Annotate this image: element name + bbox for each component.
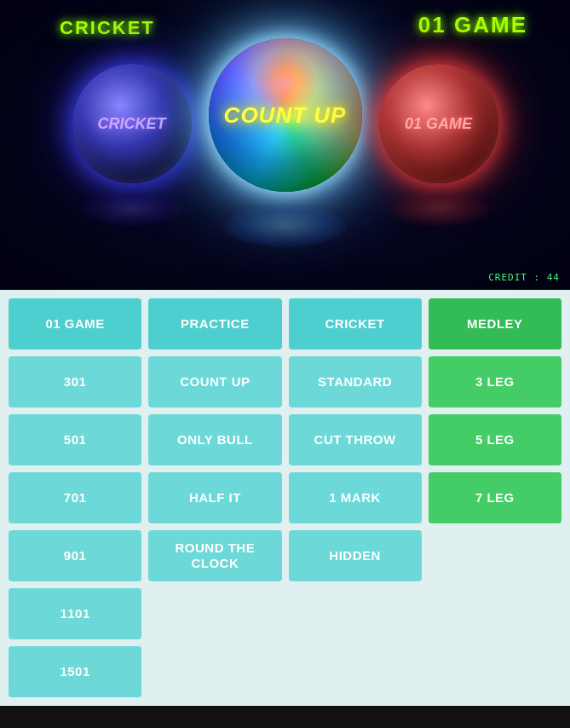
orb-01game-reflection [389,192,488,226]
empty-cell-6-2 [148,646,281,697]
btn-1101[interactable]: 1101 [9,588,141,639]
empty-cell-5-4 [429,588,561,639]
game01-banner-label: 01 GAME [418,12,527,38]
orb-01game[interactable]: 01 GAME [371,64,507,243]
orb-cricket[interactable]: CRICKET [64,64,200,243]
btn-standard[interactable]: STANDARD [289,356,422,407]
btn-701[interactable]: 701 [9,472,141,523]
btn-7leg[interactable]: 7 LEG [429,472,561,523]
btn-301[interactable]: 301 [9,356,141,407]
orbs-container: CRICKET COUNT UP 01 GAME [0,0,570,290]
btn-count-up[interactable]: COUNT UP [148,356,281,407]
header-cricket[interactable]: CRICKET [289,298,422,350]
btn-round-clock[interactable]: ROUND THE CLOCK [148,530,281,581]
orb-countup-reflection [224,205,347,247]
empty-cell-6-4 [429,646,561,697]
orb-countup[interactable]: COUNT UP [200,38,371,269]
btn-half-it[interactable]: HALF IT [148,472,281,523]
orb-01game-label: 01 GAME [405,115,472,133]
btn-3leg[interactable]: 3 LEG [429,356,561,407]
empty-cell-4-4 [429,530,561,581]
btn-1mark[interactable]: 1 MARK [289,472,422,523]
credit-display: CREDIT : 44 [488,272,560,283]
cricket-banner-label: CRICKET [60,17,155,39]
btn-hidden[interactable]: HIDDEN [289,530,422,581]
btn-cut-throw[interactable]: CUT THROW [289,414,422,465]
orb-cricket-label: CRICKET [98,115,166,133]
btn-1501[interactable]: 1501 [9,646,141,697]
empty-cell-5-3 [289,588,422,639]
menu-grid: 01 GAME PRACTICE CRICKET MEDLEY 301 COUN… [0,290,570,706]
empty-cell-5-2 [148,588,281,639]
header-medley[interactable]: MEDLEY [429,298,561,350]
orb-cricket-reflection [82,192,181,226]
btn-only-bull[interactable]: ONLY BULL [148,414,281,465]
btn-501[interactable]: 501 [9,414,141,465]
banner: CRICKET 01 GAME CRICKET COUNT UP 01 GAME… [0,0,570,290]
header-practice[interactable]: PRACTICE [148,298,281,350]
orb-cricket-sphere: CRICKET [72,64,192,183]
btn-5leg[interactable]: 5 LEG [429,414,561,465]
orb-01game-sphere: 01 GAME [379,64,498,183]
orb-countup-sphere: COUNT UP [209,38,362,192]
orb-countup-label: COUNT UP [224,102,347,129]
empty-cell-6-3 [289,646,422,697]
header-01game[interactable]: 01 GAME [9,298,141,350]
btn-901[interactable]: 901 [9,530,141,581]
